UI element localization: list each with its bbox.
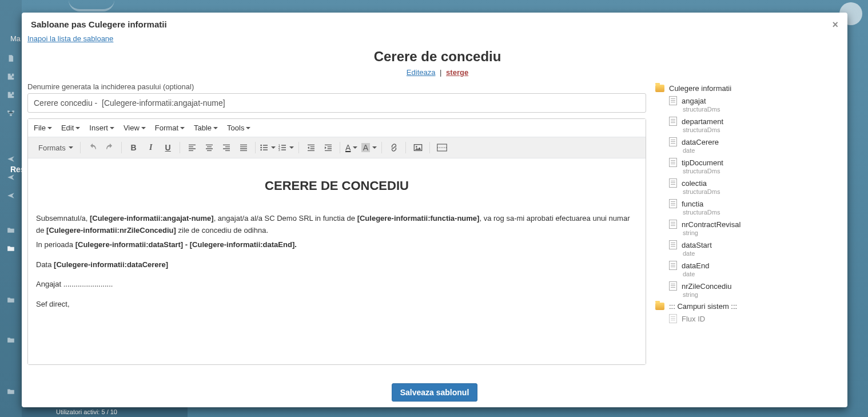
tree-field[interactable]: departament xyxy=(655,115,845,128)
chevron-down-icon xyxy=(141,127,146,129)
save-button[interactable]: Salveaza sablonul xyxy=(392,383,478,402)
tree-field-type: string xyxy=(655,229,845,236)
align-center-icon[interactable] xyxy=(201,140,217,156)
tree-field[interactable]: dataEnd xyxy=(655,259,845,272)
folder-icon xyxy=(655,303,664,310)
outdent-icon[interactable] xyxy=(303,140,319,156)
folder-icon[interactable] xyxy=(6,387,16,395)
file-icon xyxy=(669,137,677,146)
tree-label: nrContractRevisal xyxy=(682,220,740,229)
tree-field[interactable]: tipDocument xyxy=(655,156,845,169)
menu-tools[interactable]: Tools xyxy=(225,121,253,134)
menu-format[interactable]: Format xyxy=(153,121,187,134)
modal-footer: Salveaza sablonul xyxy=(22,378,847,407)
chevron-down-icon xyxy=(271,146,276,149)
org-icon[interactable] xyxy=(6,109,16,117)
delete-link[interactable]: sterge xyxy=(446,68,468,77)
italic-icon[interactable]: I xyxy=(143,140,159,156)
formats-dropdown[interactable]: Formats xyxy=(35,140,77,156)
document-icon[interactable] xyxy=(6,54,16,62)
menu-table[interactable]: Table xyxy=(192,121,220,134)
bullet-list-icon[interactable] xyxy=(260,140,277,156)
underline-icon[interactable]: U xyxy=(160,140,176,156)
close-icon[interactable]: × xyxy=(832,19,838,30)
indent-icon[interactable] xyxy=(320,140,336,156)
tree-label: tipDocument xyxy=(682,158,723,167)
tree-field-type: structuraDms xyxy=(655,209,845,216)
folder-icon[interactable] xyxy=(6,226,16,234)
tree-field[interactable]: angajat xyxy=(655,94,845,107)
text-color-icon[interactable]: A xyxy=(344,140,360,156)
template-title: Cerere de concediu xyxy=(27,49,847,65)
left-column: Denumire generata la inchiderea pasului … xyxy=(27,82,648,378)
title-actions: Editeaza | sterge xyxy=(27,68,847,77)
tree-folder[interactable]: Culegere informatii xyxy=(655,82,845,94)
menu-view[interactable]: View xyxy=(121,121,148,134)
fields-tree: Culegere informatii angajatstructuraDmsd… xyxy=(648,82,847,378)
share-icon[interactable] xyxy=(6,173,16,181)
image-icon[interactable] xyxy=(410,140,426,156)
tree-label: ::: Campuri sistem ::: xyxy=(669,302,737,311)
page-break-icon[interactable] xyxy=(434,140,450,156)
svg-rect-1 xyxy=(12,110,14,112)
bold-icon[interactable]: B xyxy=(126,140,142,156)
tree-field[interactable]: dataCerere xyxy=(655,136,845,148)
undo-icon[interactable] xyxy=(85,140,101,156)
redo-icon[interactable] xyxy=(102,140,118,156)
share-icon[interactable] xyxy=(6,192,16,200)
folder-icon[interactable] xyxy=(6,244,16,252)
tree-field-type: structuraDms xyxy=(655,126,845,133)
link-icon[interactable] xyxy=(386,140,402,156)
tree-label: nrZileConcediu xyxy=(682,282,731,291)
menu-insert[interactable]: Insert xyxy=(87,121,117,134)
tree-folder[interactable]: ::: Campuri sistem ::: xyxy=(655,300,845,312)
modal-body: Inapoi la lista de sabloane Cerere de co… xyxy=(22,34,847,378)
tree-field[interactable]: Flux ID xyxy=(655,312,845,325)
folder-icon[interactable] xyxy=(6,336,16,344)
chevron-down-icon xyxy=(213,127,218,129)
svg-point-3 xyxy=(260,145,262,146)
tree-field[interactable]: nrContractRevisal xyxy=(655,218,845,231)
tree-field-type: structuraDms xyxy=(655,188,845,195)
bg-color-icon[interactable]: A xyxy=(361,140,378,156)
tree-label: Culegere informatii xyxy=(669,84,731,93)
svg-rect-2 xyxy=(10,114,12,116)
template-title-block: Cerere de concediu Editeaza | sterge xyxy=(27,49,847,77)
menu-file[interactable]: File xyxy=(31,121,54,134)
modal-title: Sabloane pas Culegere informatii xyxy=(31,19,167,29)
chevron-down-icon xyxy=(110,127,114,129)
tree-label: dataCerere xyxy=(682,138,719,146)
edit-link[interactable]: Editeaza xyxy=(407,68,436,77)
name-field-input[interactable] xyxy=(27,93,646,113)
tree-field[interactable]: dataStart xyxy=(655,239,845,251)
placeholder: [Culegere-informatii:dataStart] xyxy=(75,240,184,249)
align-justify-icon[interactable] xyxy=(236,140,252,156)
folder-icon[interactable] xyxy=(6,296,16,304)
separator: | xyxy=(440,68,441,77)
align-left-icon[interactable] xyxy=(184,140,200,156)
svg-rect-11 xyxy=(437,144,447,151)
puzzle-icon[interactable] xyxy=(6,73,16,81)
tree-field[interactable]: functia xyxy=(655,197,845,210)
doc-paragraph: In perioada [Culegere-informatii:dataSta… xyxy=(36,239,638,251)
doc-paragraph: Sef direct, xyxy=(36,299,638,311)
align-right-icon[interactable] xyxy=(218,140,234,156)
numbered-list-icon[interactable]: 123 xyxy=(278,140,295,156)
folder-icon xyxy=(655,85,664,92)
left-rail xyxy=(0,0,22,417)
tree-field[interactable]: nrZileConcediu xyxy=(655,280,845,292)
editor-canvas[interactable]: CERERE DE CONCEDIU Subsemnatul/a, [Culeg… xyxy=(28,158,646,364)
svg-point-5 xyxy=(260,149,262,151)
chevron-down-icon xyxy=(69,146,73,149)
puzzle-icon[interactable] xyxy=(6,91,16,99)
placeholder: [Culegere-informatii:dataCerere] xyxy=(54,260,168,269)
menu-edit[interactable]: Edit xyxy=(59,121,82,134)
share-icon[interactable] xyxy=(6,155,16,163)
file-icon xyxy=(669,220,677,229)
doc-paragraph: Data [Culegere-informatii:dataCerere] xyxy=(36,259,638,271)
editor-menubar: File Edit Insert View Format Table Tools xyxy=(28,119,646,137)
back-link[interactable]: Inapoi la lista de sabloane xyxy=(27,34,847,49)
file-icon xyxy=(669,281,677,291)
svg-point-4 xyxy=(260,147,262,149)
tree-field[interactable]: colectia xyxy=(655,177,845,189)
